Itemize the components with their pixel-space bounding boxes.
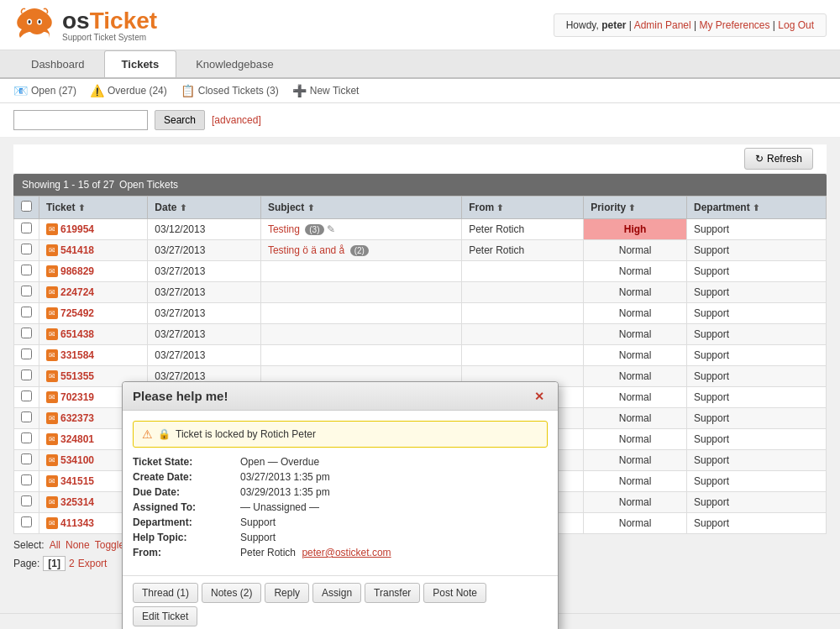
nav-tab-dashboard[interactable]: Dashboard	[13, 50, 102, 77]
ticket-id-link[interactable]: 541418	[60, 244, 94, 256]
sort-subject-icon: ⬆	[307, 203, 314, 212]
subject-link[interactable]: Testing	[268, 223, 300, 235]
ticket-id-link[interactable]: 632373	[60, 412, 94, 424]
select-all-link[interactable]: All	[50, 539, 60, 551]
ticket-department: Support	[687, 240, 827, 261]
popup-tab-button[interactable]: Post Note	[423, 583, 486, 603]
due-label: Due Date:	[133, 486, 234, 498]
ticket-id-link[interactable]: 651438	[60, 328, 94, 340]
ticket-id-link[interactable]: 619954	[60, 223, 94, 235]
row-checkbox[interactable]	[21, 244, 32, 254]
row-checkbox[interactable]	[21, 411, 32, 422]
select-none-link[interactable]: None	[66, 539, 90, 551]
subnav-new-ticket[interactable]: ➕ New Ticket	[292, 84, 360, 97]
ticket-priority: Normal	[584, 429, 687, 450]
row-checkbox[interactable]	[21, 516, 32, 527]
row-checkbox[interactable]	[21, 328, 32, 338]
from-email[interactable]: peter@osticket.com	[302, 547, 391, 558]
popup-tab-button[interactable]: Transfer	[365, 583, 420, 603]
ticket-priority: Normal	[584, 366, 687, 387]
ticket-date: 03/27/2013	[148, 282, 261, 303]
logo-brand: osTicket	[62, 8, 157, 34]
row-checkbox[interactable]	[21, 453, 32, 464]
nav-tab-knowledgebase[interactable]: Knowledgebase	[178, 50, 291, 77]
ticket-id-link[interactable]: 986829	[60, 265, 94, 277]
row-checkbox[interactable]	[21, 265, 32, 275]
col-ticket[interactable]: Ticket ⬆	[39, 197, 148, 219]
lock-icon: 🔒	[158, 428, 171, 440]
ticket-id-link[interactable]: 551355	[60, 370, 94, 382]
refresh-button[interactable]: ↻ Refresh	[744, 148, 813, 170]
row-checkbox[interactable]	[21, 349, 32, 359]
col-department[interactable]: Department ⬆	[687, 197, 827, 219]
ticket-id-link[interactable]: 324801	[60, 433, 94, 445]
search-button[interactable]: Search	[155, 110, 205, 130]
select-toggle-link[interactable]: Toggle	[95, 539, 124, 551]
nav-bar: Dashboard Tickets Knowledgebase	[0, 50, 840, 79]
ticket-from	[462, 282, 584, 303]
row-checkbox[interactable]	[21, 474, 32, 485]
ticket-id-link[interactable]: 702319	[60, 391, 94, 403]
row-checkbox[interactable]	[21, 223, 32, 233]
col-from[interactable]: From ⬆	[462, 197, 584, 219]
ticket-department: Support	[687, 366, 827, 387]
ticket-id-link[interactable]: 325314	[60, 496, 94, 508]
subnav-overdue[interactable]: ⚠️ Overdue (24)	[90, 84, 167, 97]
ticket-subject	[260, 345, 461, 366]
row-checkbox[interactable]	[21, 391, 32, 401]
ticket-icon: ✉	[46, 496, 58, 508]
ticket-date: 03/27/2013	[148, 303, 261, 324]
lock-notice-text: Ticket is locked by Rotich Peter	[176, 428, 316, 440]
row-checkbox[interactable]	[21, 495, 32, 506]
ticket-id-link[interactable]: 331584	[60, 349, 94, 361]
ticket-id-link[interactable]: 341515	[60, 475, 94, 487]
popup-close-button[interactable]: ✕	[531, 390, 548, 403]
ticket-id-link[interactable]: 725492	[60, 307, 94, 319]
select-all-header[interactable]	[14, 197, 39, 219]
popup-tab-button[interactable]: Notes (2)	[202, 583, 261, 603]
col-priority[interactable]: Priority ⬆	[584, 197, 687, 219]
select-all-checkbox[interactable]	[21, 201, 32, 212]
admin-panel-link[interactable]: Admin Panel	[634, 19, 691, 31]
assigned-label: Assigned To:	[133, 501, 234, 513]
ticket-id-link[interactable]: 534100	[60, 454, 94, 466]
row-checkbox[interactable]	[21, 432, 32, 443]
open-icon: 📧	[13, 84, 28, 97]
search-input[interactable]	[13, 110, 148, 130]
subnav-closed[interactable]: 📋 Closed Tickets (3)	[181, 84, 279, 97]
edit-icon[interactable]: ✎	[327, 223, 335, 235]
advanced-search-link[interactable]: [advanced]	[212, 114, 261, 126]
ticket-id-link[interactable]: 411343	[60, 517, 94, 529]
popup-tab-button[interactable]: Thread (1)	[133, 583, 198, 603]
popup-tab-button[interactable]: Assign	[312, 583, 361, 603]
my-preferences-link[interactable]: My Preferences	[699, 19, 769, 31]
page-2-link[interactable]: 2	[69, 558, 75, 569]
col-date[interactable]: Date ⬆	[148, 197, 261, 219]
logo-area: osTicket Support Ticket System	[13, 7, 157, 43]
subject-link[interactable]: Testing ö ä and å	[268, 244, 344, 256]
popup-tab-button[interactable]: Edit Ticket	[133, 606, 197, 626]
ticket-date: 03/27/2013	[148, 240, 261, 261]
ticket-id-link[interactable]: 224724	[60, 286, 94, 298]
ticket-from	[462, 345, 584, 366]
col-subject[interactable]: Subject ⬆	[260, 197, 461, 219]
popup-title: Please help me!	[133, 389, 228, 403]
popup-tab-button[interactable]: Reply	[265, 583, 309, 603]
row-checkbox[interactable]	[21, 370, 32, 380]
row-checkbox[interactable]	[21, 307, 32, 317]
row-checkbox[interactable]	[21, 286, 32, 296]
ticket-subject: Testing ö ä and å (2)	[260, 240, 461, 261]
subnav-open[interactable]: 📧 Open (27)	[13, 84, 76, 97]
ticket-department: Support	[687, 492, 827, 513]
ticket-department: Support	[687, 261, 827, 282]
export-link[interactable]: Export	[78, 558, 108, 569]
sort-priority-icon: ⬆	[628, 203, 635, 212]
ticket-from: Peter Rotich	[462, 219, 584, 240]
ticket-icon: ✉	[46, 475, 58, 487]
warning-icon: ⚠	[142, 427, 153, 441]
log-out-link[interactable]: Log Out	[778, 19, 814, 31]
ticket-subject	[260, 303, 461, 324]
ticket-icon: ✉	[46, 286, 58, 298]
thread-count-badge: (3)	[305, 224, 323, 235]
nav-tab-tickets[interactable]: Tickets	[104, 50, 177, 77]
